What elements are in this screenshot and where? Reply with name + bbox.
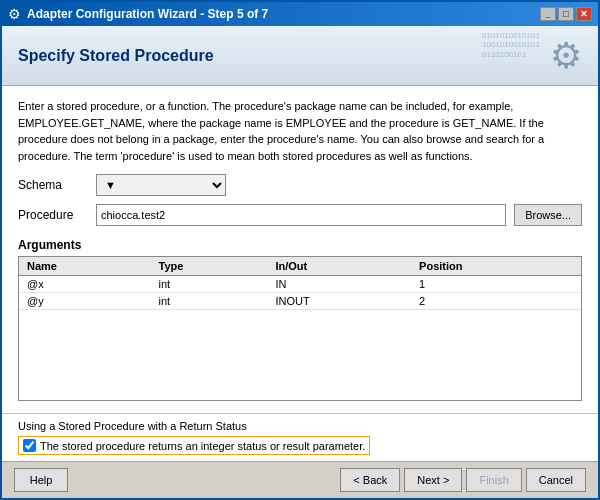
title-bar-buttons: _ □ ✕ xyxy=(540,7,592,21)
maximize-button[interactable]: □ xyxy=(558,7,574,21)
browse-button[interactable]: Browse... xyxy=(514,204,582,226)
page-title: Specify Stored Procedure xyxy=(18,47,214,65)
cell-name: @y xyxy=(19,293,151,310)
checkbox-highlight: The stored procedure returns an integer … xyxy=(18,436,370,455)
table-row: @y int INOUT 2 xyxy=(19,293,581,310)
cell-type: int xyxy=(151,276,268,293)
col-position: Position xyxy=(411,257,581,276)
cell-inout: INOUT xyxy=(267,293,411,310)
schema-select[interactable]: ▼ xyxy=(96,174,226,196)
finish-button[interactable]: Finish xyxy=(466,468,521,492)
procedure-input[interactable] xyxy=(96,204,506,226)
bottom-buttons: Help < Back Next > Finish Cancel xyxy=(2,461,598,498)
checkbox-row: The stored procedure returns an integer … xyxy=(18,436,582,455)
title-bar: ⚙ Adapter Configuration Wizard - Step 5 … xyxy=(2,2,598,26)
table-row: @x int IN 1 xyxy=(19,276,581,293)
header-graphic: 010101001010110010100101010110100101 ⚙ xyxy=(482,31,582,81)
main-content: Enter a stored procedure, or a function.… xyxy=(2,86,598,413)
cell-inout: IN xyxy=(267,276,411,293)
col-type: Type xyxy=(151,257,268,276)
cell-name: @x xyxy=(19,276,151,293)
arguments-section: Arguments Name Type In/Out Position @x i… xyxy=(18,238,582,401)
arguments-table: Name Type In/Out Position @x int IN 1 @y… xyxy=(18,256,582,401)
col-name: Name xyxy=(19,257,151,276)
close-button[interactable]: ✕ xyxy=(576,7,592,21)
header-section: Specify Stored Procedure 010101001010110… xyxy=(2,26,598,86)
window-title: Adapter Configuration Wizard - Step 5 of… xyxy=(27,7,534,21)
procedure-label: Procedure xyxy=(18,208,88,222)
cell-type: int xyxy=(151,293,268,310)
return-status-label: Using a Stored Procedure with a Return S… xyxy=(18,420,582,432)
schema-label: Schema xyxy=(18,178,88,192)
col-inout: In/Out xyxy=(267,257,411,276)
description-text: Enter a stored procedure, or a function.… xyxy=(18,98,582,164)
window-icon: ⚙ xyxy=(8,6,21,22)
back-button[interactable]: < Back xyxy=(340,468,400,492)
checkbox-label: The stored procedure returns an integer … xyxy=(40,440,365,452)
wizard-window: ⚙ Adapter Configuration Wizard - Step 5 … xyxy=(0,0,600,500)
minimize-button[interactable]: _ xyxy=(540,7,556,21)
bg-text: 010101001010110010100101010110100101 xyxy=(482,31,542,60)
return-status-checkbox[interactable] xyxy=(23,439,36,452)
cell-position: 2 xyxy=(411,293,581,310)
next-button[interactable]: Next > xyxy=(404,468,462,492)
navigation-buttons: < Back Next > Finish Cancel xyxy=(340,468,586,492)
arguments-label: Arguments xyxy=(18,238,582,252)
gear-icon: ⚙ xyxy=(550,35,582,77)
cell-position: 1 xyxy=(411,276,581,293)
help-button[interactable]: Help xyxy=(14,468,68,492)
procedure-row: Procedure Browse... xyxy=(18,204,582,226)
args-data-table: Name Type In/Out Position @x int IN 1 @y… xyxy=(19,257,581,310)
cancel-button[interactable]: Cancel xyxy=(526,468,586,492)
footer-section: Using a Stored Procedure with a Return S… xyxy=(2,413,598,461)
schema-row: Schema ▼ xyxy=(18,174,582,196)
